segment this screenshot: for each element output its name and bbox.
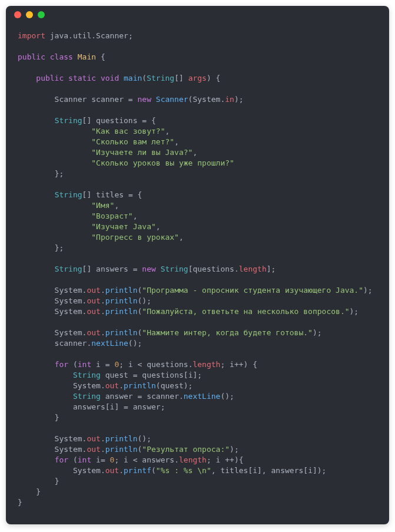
code-token: class xyxy=(50,52,73,61)
code-token: String xyxy=(73,371,101,379)
code-token: System xyxy=(18,307,82,316)
code-token: , xyxy=(179,233,184,242)
code-token xyxy=(18,360,55,369)
code-window: import java.util.Scanner; public class M… xyxy=(6,6,389,524)
code-token: . xyxy=(119,466,124,475)
code-token: i xyxy=(124,360,137,369)
code-token: ( xyxy=(156,381,161,390)
code-token xyxy=(96,74,101,82)
code-token: i xyxy=(308,466,313,475)
code-token: ( xyxy=(73,455,78,464)
code-token: } xyxy=(55,413,59,422)
code-token: . xyxy=(101,286,105,295)
code-token: < xyxy=(133,455,138,464)
code-token: ; xyxy=(119,360,124,369)
code-token xyxy=(18,477,55,485)
code-token: out xyxy=(87,286,100,295)
code-token xyxy=(18,487,36,496)
code-token: i xyxy=(119,455,132,464)
code-token xyxy=(18,158,91,167)
code-token: Main xyxy=(78,52,96,61)
code-token: . xyxy=(101,328,105,337)
code-token: System xyxy=(18,466,101,475)
code-token: [ xyxy=(303,466,308,475)
code-token: System xyxy=(192,95,220,104)
code-token: int xyxy=(78,360,91,369)
code-token: ]; xyxy=(267,265,276,273)
code-token xyxy=(18,74,36,82)
code-token: = xyxy=(133,371,138,379)
code-token: , xyxy=(174,137,179,146)
code-token: , xyxy=(165,127,170,136)
window-maximize-button[interactable] xyxy=(38,11,45,18)
code-token: "Нажмите интер, когда будете готовы." xyxy=(142,328,313,337)
code-token: out xyxy=(105,466,119,475)
code-token: questions xyxy=(138,371,184,379)
code-token: length xyxy=(239,265,267,273)
code-token: println xyxy=(105,307,138,316)
code-token: ); xyxy=(230,445,239,454)
code-token: answers xyxy=(138,455,175,464)
code-token: System xyxy=(18,434,82,443)
code-token xyxy=(45,52,50,61)
code-token: answers xyxy=(91,265,132,273)
code-token: println xyxy=(105,286,138,295)
code-token: ); xyxy=(184,381,193,390)
code-token: out xyxy=(87,296,100,305)
code-token: System xyxy=(18,286,82,295)
window-titlebar xyxy=(6,6,389,24)
code-token: main xyxy=(124,74,142,82)
window-close-button[interactable] xyxy=(14,11,21,18)
code-token: . xyxy=(174,455,179,464)
code-token: answers xyxy=(267,466,304,475)
code-token: String xyxy=(147,74,174,82)
code-token: i xyxy=(91,360,105,369)
code-token: String xyxy=(55,265,82,273)
code-token xyxy=(68,455,73,464)
code-token: ); xyxy=(234,95,244,104)
code-token xyxy=(18,116,55,125)
code-token xyxy=(18,371,73,379)
code-token: = xyxy=(128,95,133,104)
code-token xyxy=(119,402,124,411)
code-token: = xyxy=(124,402,128,411)
code-token: . xyxy=(234,265,239,273)
code-token: printf xyxy=(124,466,151,475)
code-token: , xyxy=(156,222,161,231)
code-token: nextLine xyxy=(91,339,128,348)
window-minimize-button[interactable] xyxy=(26,11,33,18)
code-token: ); xyxy=(350,307,359,316)
code-token: = xyxy=(101,455,105,464)
code-token: titles xyxy=(91,190,128,199)
code-token: (); xyxy=(220,392,234,401)
code-token: System xyxy=(18,381,101,390)
code-token: [] xyxy=(82,190,92,199)
code-token: java xyxy=(45,31,68,40)
code-token xyxy=(156,265,161,273)
code-token: [ xyxy=(184,371,188,379)
code-token xyxy=(18,233,91,242)
code-token: public xyxy=(18,52,45,61)
code-token xyxy=(133,190,138,199)
code-token xyxy=(18,243,55,252)
code-token: new xyxy=(142,265,155,273)
code-token: for xyxy=(55,360,68,369)
code-token: answer xyxy=(101,392,138,401)
code-token: i xyxy=(91,455,101,464)
code-token: ; xyxy=(161,402,165,411)
code-editor[interactable]: import java.util.Scanner; public class M… xyxy=(6,24,389,524)
code-token: questions xyxy=(142,360,188,369)
code-token xyxy=(18,201,91,210)
code-token: "Программа - опросник студента изучающег… xyxy=(142,286,363,295)
code-token: , xyxy=(114,201,119,210)
code-token: { xyxy=(138,190,142,199)
code-token xyxy=(18,455,55,464)
code-token: questions xyxy=(192,265,234,273)
code-token: quest xyxy=(161,381,184,390)
code-token xyxy=(68,360,73,369)
code-token: ( xyxy=(73,360,78,369)
code-token: titles xyxy=(216,466,248,475)
code-token: ; xyxy=(128,31,133,40)
code-token: args xyxy=(188,74,207,82)
code-token: scanner xyxy=(18,339,87,348)
